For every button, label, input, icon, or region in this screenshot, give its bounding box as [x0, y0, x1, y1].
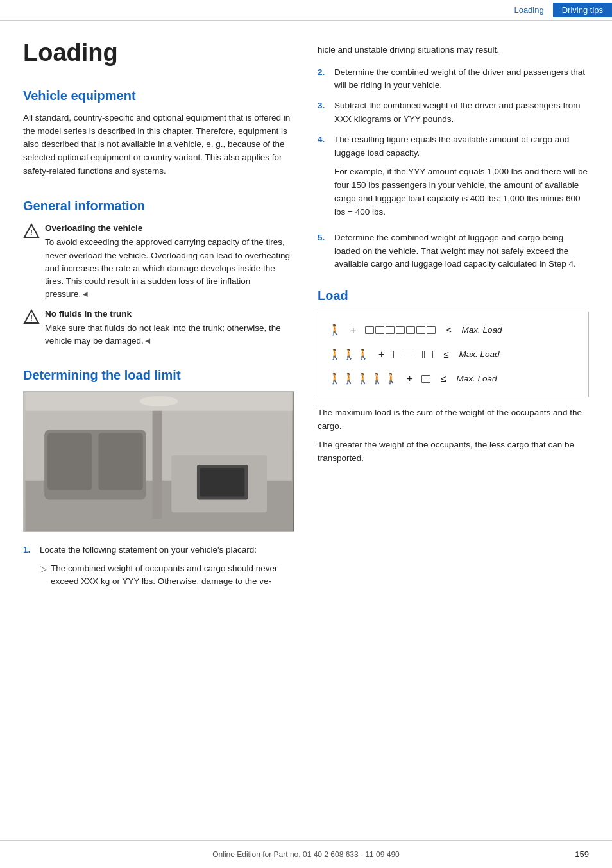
- step-4-text: The resulting figure equals the availabl…: [334, 133, 589, 160]
- luggage-1-3: [386, 326, 395, 334]
- step-4: 4. The resulting figure equals the avail…: [318, 133, 589, 224]
- warning-icon-1: !: [23, 223, 40, 240]
- load-limit-heading: Determining the load limit: [23, 365, 294, 385]
- vehicle-equipment-heading: Vehicle equipment: [23, 86, 294, 105]
- warning-fluids-title: No fluids in the trunk: [45, 308, 294, 321]
- load-row-2: 🚶 🚶 🚶 + ≤ Max. Load: [328, 347, 578, 362]
- person-icon-2-3: 🚶: [357, 347, 370, 362]
- warning-icon-2: !: [23, 309, 40, 326]
- person-icon-2-1: 🚶: [328, 347, 341, 362]
- person-icons-1: 🚶: [328, 322, 341, 338]
- load-limit-steps-right: 2. Determine the combined weight of the …: [318, 66, 589, 271]
- luggage-2-4: [424, 351, 433, 358]
- step-3: 3. Subtract the combined weight of the d…: [318, 99, 589, 126]
- page-number: 159: [575, 848, 589, 861]
- person-icon-1-1: 🚶: [328, 322, 341, 338]
- load-row-3: 🚶 🚶 🚶 🚶 🚶 + ≤ Max. Load: [328, 371, 578, 387]
- load-limit-steps: 1. Locate the following statement on you…: [23, 544, 294, 590]
- svg-rect-9: [153, 405, 162, 519]
- step-2: 2. Determine the combined weight of the …: [318, 66, 589, 92]
- step-1-content: Locate the following statement on your v…: [40, 544, 294, 590]
- svg-text:!: !: [30, 313, 33, 323]
- luggage-icons-2: [393, 351, 433, 358]
- luggage-3-1: [421, 375, 430, 383]
- max-load-3: Max. Load: [457, 372, 497, 385]
- step-3-content: Subtract the combined weight of the driv…: [334, 99, 589, 126]
- luggage-1-4: [396, 326, 405, 334]
- person-icon-3-2: 🚶: [343, 371, 355, 387]
- step-5-num: 5.: [318, 231, 329, 244]
- car-interior-image: [23, 391, 294, 532]
- page-title: Loading: [23, 38, 294, 68]
- vehicle-equipment-body: All standard, country-specific and optio…: [23, 112, 294, 179]
- plus-1: +: [350, 322, 356, 338]
- step-4-num: 4.: [318, 133, 329, 146]
- step-1-sub-1-text: The combined weight of occupants and car…: [51, 562, 294, 588]
- warning-fluids: ! No fluids in the trunk Make sure that …: [23, 308, 294, 348]
- luggage-2-1: [393, 351, 402, 358]
- step-1-text: Locate the following statement on your v…: [40, 545, 257, 555]
- svg-rect-8: [98, 433, 142, 490]
- warning-overloading-body: To avoid exceeding the approved carrying…: [45, 236, 294, 301]
- tab-loading[interactable]: Loading: [505, 3, 552, 17]
- load-body-2: The greater the weight of the occupants,…: [318, 438, 589, 465]
- tab-driving-tips[interactable]: Driving tips: [553, 3, 612, 17]
- load-diagram: 🚶 + ≤ Max. Load: [318, 312, 589, 397]
- step-5: 5. Determine the combined weight of lugg…: [318, 231, 589, 271]
- person-icon-3-3: 🚶: [357, 371, 370, 387]
- person-icons-2: 🚶 🚶 🚶: [328, 347, 370, 362]
- main-content: Loading Vehicle equipment All standard, …: [0, 21, 612, 647]
- person-icon-3-5: 🚶: [385, 371, 398, 387]
- step-3-num: 3.: [318, 99, 329, 112]
- step-2-text: Determine the combined weight of the dri…: [334, 67, 585, 90]
- step-1-sub-1: ▷ The combined weight of occupants and c…: [40, 562, 294, 588]
- svg-point-14: [140, 396, 178, 406]
- warning-fluids-body: Make sure that fluids do not leak into t…: [45, 322, 294, 348]
- load-limit-section: Determining the load limit: [23, 365, 294, 590]
- header-bar: Loading Driving tips: [0, 0, 612, 21]
- step-5-text: Determine the combined weight of luggage…: [334, 233, 576, 269]
- step-2-num: 2.: [318, 66, 329, 79]
- luggage-1-1: [365, 326, 374, 334]
- right-column: hicle and unstable driving situations ma…: [318, 38, 589, 608]
- step-1-sublist: ▷ The combined weight of occupants and c…: [40, 562, 294, 588]
- leq-1: ≤: [446, 323, 451, 338]
- load-heading: Load: [318, 286, 589, 305]
- plus-2: +: [378, 347, 384, 362]
- load-row-1: 🚶 + ≤ Max. Load: [328, 322, 578, 338]
- luggage-1-2: [375, 326, 384, 334]
- svg-text:!: !: [30, 228, 33, 237]
- luggage-icons-1: [365, 326, 436, 334]
- svg-rect-12: [200, 468, 244, 497]
- warning-overloading-title: Overloading the vehicle: [45, 222, 294, 235]
- vehicle-equipment-section: Vehicle equipment All standard, country-…: [23, 86, 294, 179]
- step-3-text: Subtract the combined weight of the driv…: [334, 101, 580, 123]
- plus-3: +: [407, 371, 412, 387]
- warning-overloading-text: Overloading the vehicle To avoid exceedi…: [45, 222, 294, 301]
- person-icon-3-4: 🚶: [371, 371, 384, 387]
- luggage-2-2: [404, 351, 412, 358]
- max-load-1: Max. Load: [462, 324, 502, 337]
- person-icons-3: 🚶 🚶 🚶 🚶 🚶: [328, 371, 398, 387]
- load-body-1: The maximum load is the sum of the weigh…: [318, 406, 589, 433]
- load-section: Load 🚶 +: [318, 286, 589, 465]
- footer: Online Edition for Part no. 01 40 2 608 …: [0, 840, 612, 868]
- luggage-1-5: [406, 326, 415, 334]
- step-1: 1. Locate the following statement on you…: [23, 544, 294, 590]
- luggage-2-3: [414, 351, 423, 358]
- step-1-continuation: hicle and unstable driving situations ma…: [318, 44, 589, 57]
- luggage-1-6: [416, 326, 425, 334]
- step-1-num: 1.: [23, 544, 35, 556]
- leq-2: ≤: [443, 347, 448, 362]
- person-icon-3-1: 🚶: [328, 371, 341, 387]
- step-4-example: For example, if the YYY amount equals 1,…: [334, 165, 589, 219]
- arrow-icon-1: ▷: [40, 563, 47, 576]
- step-2-content: Determine the combined weight of the dri…: [334, 66, 589, 92]
- step-4-content: The resulting figure equals the availabl…: [334, 133, 589, 224]
- leq-3: ≤: [441, 372, 446, 387]
- warning-overloading: ! Overloading the vehicle To avoid excee…: [23, 222, 294, 301]
- svg-rect-7: [47, 433, 92, 490]
- general-information-section: General information ! Overloading the ve…: [23, 196, 294, 347]
- general-information-heading: General information: [23, 196, 294, 215]
- warning-fluids-text: No fluids in the trunk Make sure that fl…: [45, 308, 294, 348]
